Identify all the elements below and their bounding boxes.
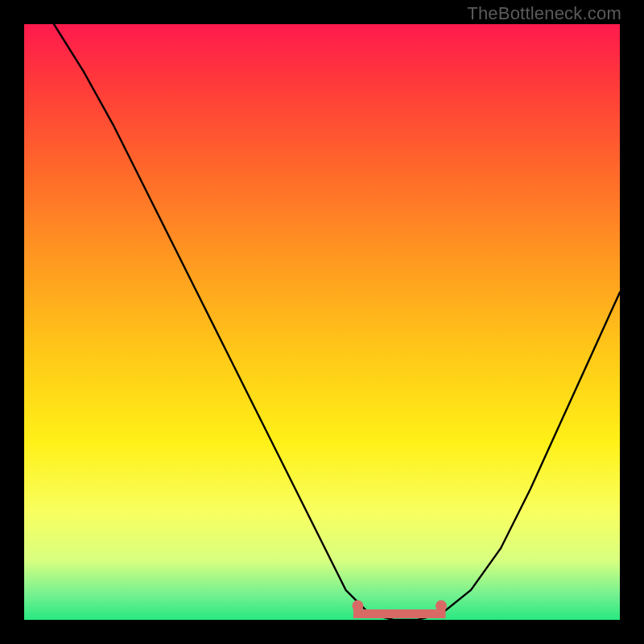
watermark-text: TheBottleneck.com [467,3,621,24]
chart-curve-layer [24,24,620,620]
chart-plot-area [24,24,620,620]
chart-frame: TheBottleneck.com [0,0,644,644]
bottleneck-curve [54,24,620,620]
optimal-range-end-dot [436,601,447,612]
optimal-range-start-dot [352,601,363,612]
optimal-range-marker [357,606,441,614]
